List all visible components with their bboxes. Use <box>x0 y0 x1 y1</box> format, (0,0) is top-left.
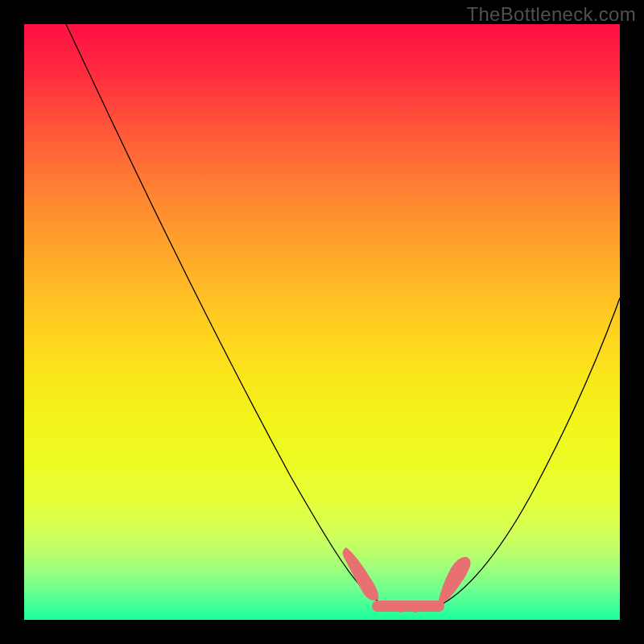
watermark-text: TheBottleneck.com <box>466 3 636 26</box>
bottom-highlight <box>343 547 471 613</box>
left-curve <box>66 24 385 605</box>
right-curve <box>443 298 620 604</box>
chart-plot-area <box>24 24 620 620</box>
svg-point-2 <box>397 605 405 613</box>
chart-svg <box>24 24 620 620</box>
svg-point-3 <box>411 605 419 613</box>
svg-point-1 <box>384 603 392 611</box>
svg-point-4 <box>426 603 434 611</box>
